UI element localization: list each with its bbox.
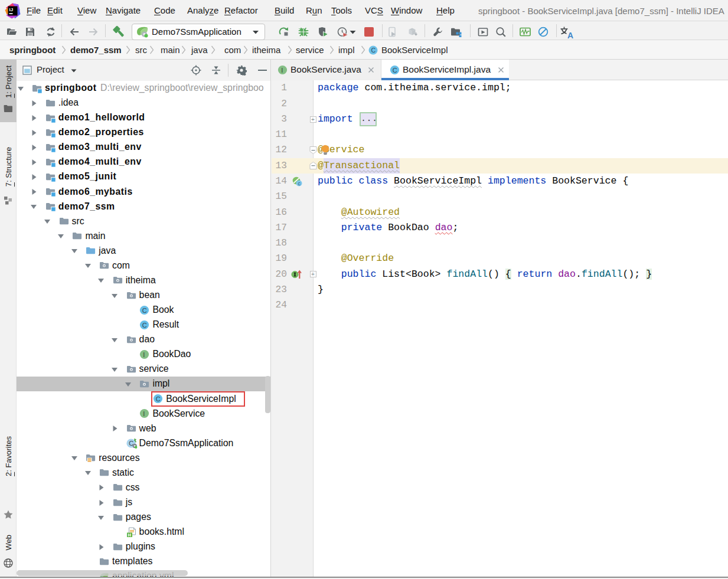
svg-text:C: C [393,67,397,74]
svg-text:I: I [143,351,145,358]
svg-text:I: I [281,67,283,74]
svg-text:H: H [128,532,130,537]
svg-text:C: C [371,47,376,54]
svg-text:I: I [143,410,145,417]
svg-text:C: C [142,321,147,328]
svg-text:IJ: IJ [9,7,14,12]
svg-text:C: C [142,306,147,313]
svg-text:c: c [298,181,301,187]
svg-text:A: A [567,31,573,40]
